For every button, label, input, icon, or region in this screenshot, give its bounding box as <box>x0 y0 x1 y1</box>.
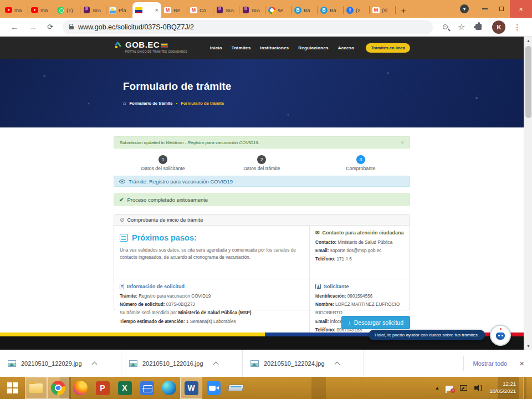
browser-tab[interactable]: MRe <box>161 2 187 18</box>
wizard-steps: 1 Datos del solicitante 2 Datos del trám… <box>114 155 410 171</box>
chevron-down-icon[interactable]: ▼ <box>460 4 469 13</box>
scroll-down-icon[interactable]: ▼ <box>524 342 532 350</box>
browser-tab[interactable]: se <box>265 2 291 18</box>
descargar-solicitud-button[interactable]: ↓ Descargar solicitud <box>341 316 410 329</box>
forward-button[interactable]: → <box>29 22 37 32</box>
browser-tab[interactable]: ma <box>2 2 28 18</box>
tray-expand-icon[interactable]: ▲ <box>435 385 440 391</box>
chevron-up-icon[interactable] <box>213 362 218 367</box>
taskbar-scan-app[interactable] <box>136 377 158 399</box>
nav-acceso[interactable]: Acceso <box>338 45 355 50</box>
chatbot-avatar[interactable] <box>490 325 511 346</box>
profile-avatar[interactable]: K <box>492 21 505 34</box>
taskbar-word[interactable]: W <box>180 377 202 399</box>
network-icon[interactable] <box>460 385 467 391</box>
close-window-button[interactable]: × <box>510 0 532 18</box>
info-line: Su trámite será atendido por Ministerio … <box>120 309 304 317</box>
show-all-downloads-button[interactable]: Mostrar todo <box>473 360 507 367</box>
browser-tab[interactable]: Pla <box>106 2 132 18</box>
download-item[interactable]: 20210510_122016.jpg <box>121 350 243 377</box>
download-filename: 20210510_122016.jpg <box>142 360 203 367</box>
address-bar[interactable]: www.gob.ec/solicitud/037S-0BQZ7J/2 <box>63 20 433 34</box>
flag-yellow <box>0 332 265 336</box>
scroll-up-icon[interactable]: ▲ <box>524 37 532 44</box>
minimize-button[interactable] <box>477 0 493 18</box>
browser-tab[interactable]: SIA <box>80 2 106 18</box>
lock-icon[interactable] <box>69 26 74 29</box>
step-datos-solicitante[interactable]: 1 Datos del solicitante <box>114 155 212 171</box>
taskbar-edge[interactable] <box>158 377 180 399</box>
nav-instituciones[interactable]: Instituciones <box>260 45 289 50</box>
comprobante-panel: ⊘ Comprobante de inicio de trámite Próxi… <box>114 214 410 310</box>
scrollbar-thumb[interactable] <box>525 46 531 118</box>
taskbar-chrome[interactable] <box>47 377 69 399</box>
nav-regulaciones[interactable]: Regulaciones <box>298 45 328 50</box>
step-number: 3 <box>356 155 365 164</box>
home-icon[interactable]: ⌂ <box>123 100 126 106</box>
page-scrollbar[interactable]: ▲ ▼ <box>524 37 532 350</box>
nav-tramites[interactable]: Trámites <box>232 45 251 50</box>
browser-tab[interactable]: MCo <box>187 2 213 18</box>
download-item[interactable]: 20210510_122024.jpg <box>243 350 364 377</box>
taskbar-file-explorer[interactable] <box>25 377 47 399</box>
start-button[interactable] <box>0 377 25 399</box>
next-steps-cell: Próximos pasos: Una vez validados sus da… <box>114 226 309 279</box>
browser-tab[interactable]: BBa <box>291 2 318 18</box>
browser-tab[interactable]: BBa <box>318 2 344 18</box>
contact-line: Email: soporte.tics@msp.gob.ec <box>315 247 404 255</box>
wallpaper-streak <box>311 377 326 399</box>
step-datos-tramite[interactable]: 2 Datos del trámite <box>212 155 311 171</box>
tab-title: se <box>278 7 283 13</box>
chatbot-tooltip: Hola!, te puedo ayudar con dudas sobre t… <box>369 330 485 340</box>
breadcrumb: ⌂ Formulario de trámite • Formulario de … <box>123 100 224 106</box>
gobec-logo[interactable]: GOB.EC PORTAL ÚNICO DE TRÁMITES CIUDADAN… <box>115 40 187 53</box>
speaker-icon[interactable]: ) <box>474 385 482 391</box>
maximize-button[interactable] <box>493 0 510 18</box>
action-center-flag-icon[interactable] <box>447 386 453 391</box>
step-label: Datos del trámite <box>243 166 280 171</box>
taskbar-firefox[interactable] <box>69 377 91 399</box>
edge-icon <box>162 381 176 395</box>
gobec-logo-mark-icon <box>115 41 122 50</box>
sia-icon <box>216 7 223 14</box>
browser-tab[interactable]: f(2 <box>344 2 370 18</box>
reload-button[interactable]: ⟳ <box>47 23 53 31</box>
download-item[interactable]: 20210510_122029.jpg <box>0 350 121 377</box>
downloads-bar: 20210510_122029.jpg 20210510_122016.jpg … <box>0 350 532 377</box>
breadcrumb-parent[interactable]: Formulario de trámite <box>129 101 172 106</box>
browser-tab-active[interactable]: × <box>132 2 161 18</box>
close-downloads-bar-icon[interactable]: × <box>519 359 524 368</box>
new-tab-button[interactable]: + <box>396 2 411 18</box>
browser-menu-icon[interactable]: ⋮ <box>513 23 521 32</box>
chevron-up-icon[interactable] <box>91 362 97 367</box>
show-desktop-button[interactable] <box>523 377 526 399</box>
zoom-out-icon[interactable] <box>443 24 448 29</box>
browser-tab[interactable]: SIA <box>239 2 265 18</box>
panel-header: ⊘ Comprobante de inicio de trámite <box>114 214 410 226</box>
chevron-up-icon[interactable] <box>334 362 340 367</box>
gmail-icon: M <box>190 7 197 14</box>
tramites-en-linea-button[interactable]: Trámites en línea <box>366 43 410 53</box>
whatsapp-icon <box>57 7 64 14</box>
taskbar-clock[interactable]: 12:21 10/05/2021 <box>489 381 516 395</box>
taskbar-epson-scan[interactable] <box>224 377 247 399</box>
applicant-line: Identificación: 0901594556 <box>315 292 404 300</box>
taskbar-excel[interactable]: X <box>114 377 136 399</box>
browser-tab[interactable]: SIA <box>213 2 239 18</box>
bookmark-star-icon[interactable]: ☆ <box>458 22 465 32</box>
nav-inicio[interactable]: Inicio <box>210 45 222 50</box>
url-text[interactable]: www.gob.ec/solicitud/037S-0BQZ7J/2 <box>78 23 194 31</box>
browser-tab[interactable]: (1) <box>54 2 80 18</box>
close-tab-icon[interactable]: × <box>155 7 158 13</box>
step-comprobante[interactable]: 3 Comprobante <box>311 155 410 171</box>
taskbar-powerpoint[interactable]: P <box>91 377 114 399</box>
taskbar-zoom[interactable] <box>202 377 224 399</box>
browser-tab[interactable]: M(si <box>370 2 396 18</box>
clock-time: 12:21 <box>489 381 516 388</box>
flag-chip-icon <box>161 43 168 48</box>
extensions-puzzle-icon[interactable] <box>475 24 482 30</box>
back-button[interactable]: ← <box>11 22 19 32</box>
close-alert-icon[interactable]: × <box>401 140 404 146</box>
browser-tab[interactable]: ma <box>28 2 54 18</box>
download-filename: 20210510_122029.jpg <box>21 360 82 367</box>
